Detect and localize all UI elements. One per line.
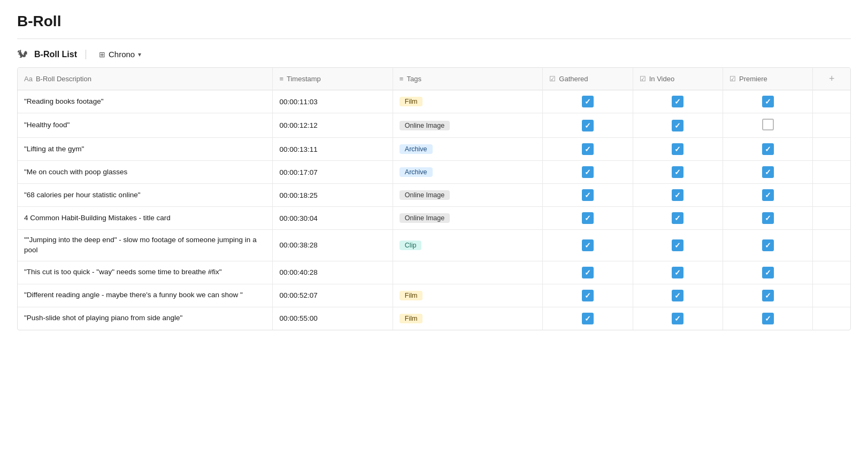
cell-description: ""Jumping into the deep end" - slow mo f… — [18, 230, 273, 261]
cell-invideo[interactable]: ✓ — [633, 113, 723, 138]
cell-premiere[interactable]: ✓ — [723, 161, 812, 184]
cell-invideo[interactable]: ✓ — [633, 138, 723, 161]
checkbox-checked[interactable]: ✓ — [672, 143, 683, 155]
checkbox-checked[interactable]: ✓ — [672, 267, 683, 278]
table-row: "This cut is too quick - "way" needs som… — [18, 261, 850, 284]
cell-gathered[interactable]: ✓ — [543, 184, 633, 207]
table-header: Aa B-Roll Description ≡ Timestamp ≡ — [18, 68, 850, 90]
cell-description: "Push-slide shot of playing piano from s… — [18, 307, 273, 330]
cell-tag: Film — [393, 90, 543, 113]
col-gathered-label: Gathered — [559, 75, 588, 83]
cell-gathered[interactable]: ✓ — [543, 284, 633, 307]
cell-plus — [813, 90, 850, 113]
checkbox-checked[interactable]: ✓ — [582, 267, 594, 278]
checkbox-checked[interactable]: ✓ — [672, 120, 683, 131]
cell-tag: Film — [393, 284, 543, 307]
cell-gathered[interactable]: ✓ — [543, 307, 633, 330]
cell-invideo[interactable]: ✓ — [633, 261, 723, 284]
tags-list-icon: ≡ — [400, 75, 404, 83]
checkbox-checked[interactable]: ✓ — [582, 212, 594, 224]
cell-gathered[interactable]: ✓ — [543, 207, 633, 230]
checkbox-checked[interactable]: ✓ — [762, 290, 774, 301]
cell-premiere[interactable] — [723, 113, 812, 138]
broll-icon: 🐿 — [17, 48, 28, 60]
table-body: "Reading books footage"00:00:11:03Film✓✓… — [18, 90, 850, 330]
cell-invideo[interactable]: ✓ — [633, 207, 723, 230]
cell-premiere[interactable]: ✓ — [723, 230, 812, 261]
cell-timestamp: 00:00:12:12 — [273, 113, 393, 138]
cell-gathered[interactable]: ✓ — [543, 90, 633, 113]
view-selector[interactable]: ⊞ Chrono ▾ — [95, 48, 145, 61]
table-row: "68 calories per hour statistic online"0… — [18, 184, 850, 207]
cell-invideo[interactable]: ✓ — [633, 161, 723, 184]
table-row: "Push-slide shot of playing piano from s… — [18, 307, 850, 330]
cell-invideo[interactable]: ✓ — [633, 230, 723, 261]
table-row: "Healthy food"00:00:12:12Online Image✓✓ — [18, 113, 850, 138]
cell-tag: Online Image — [393, 184, 543, 207]
checkbox-checked[interactable]: ✓ — [582, 143, 594, 155]
cell-description: "Lifting at the gym" — [18, 138, 273, 161]
cell-premiere[interactable]: ✓ — [723, 307, 812, 330]
checkbox-checked[interactable]: ✓ — [672, 290, 683, 301]
cell-plus — [813, 138, 850, 161]
checkbox-checked[interactable]: ✓ — [762, 166, 774, 178]
cell-gathered[interactable]: ✓ — [543, 161, 633, 184]
checkbox-checked[interactable]: ✓ — [672, 189, 683, 201]
cell-timestamp: 00:00:55:00 — [273, 307, 393, 330]
table-row: "Lifting at the gym"00:00:13:11Archive✓✓… — [18, 138, 850, 161]
checkbox-checked[interactable]: ✓ — [762, 239, 774, 251]
cell-premiere[interactable]: ✓ — [723, 284, 812, 307]
invideo-check-icon: ☑ — [640, 75, 646, 83]
add-column-button[interactable]: + — [813, 68, 850, 90]
cell-gathered[interactable]: ✓ — [543, 113, 633, 138]
tag-badge: Clip — [400, 241, 422, 250]
cell-invideo[interactable]: ✓ — [633, 307, 723, 330]
list-label: B-Roll List — [34, 50, 77, 59]
checkbox-checked[interactable]: ✓ — [762, 212, 774, 224]
checkbox-checked[interactable]: ✓ — [762, 313, 774, 324]
cell-gathered[interactable]: ✓ — [543, 230, 633, 261]
cell-timestamp: 00:00:30:04 — [273, 207, 393, 230]
cell-premiere[interactable]: ✓ — [723, 207, 812, 230]
checkbox-checked[interactable]: ✓ — [762, 267, 774, 278]
cell-premiere[interactable]: ✓ — [723, 184, 812, 207]
checkbox-checked[interactable]: ✓ — [762, 96, 774, 107]
checkbox-checked[interactable]: ✓ — [672, 166, 683, 178]
table-row: ""Jumping into the deep end" - slow mo f… — [18, 230, 850, 261]
checkbox-checked[interactable]: ✓ — [582, 313, 594, 324]
col-desc-label: B-Roll Description — [36, 75, 91, 83]
tag-badge: Film — [400, 97, 423, 106]
checkbox-checked[interactable]: ✓ — [672, 212, 683, 224]
checkbox-checked[interactable]: ✓ — [582, 120, 594, 131]
checkbox-checked[interactable]: ✓ — [582, 166, 594, 178]
cell-timestamp: 00:00:52:07 — [273, 284, 393, 307]
col-timestamp-label: Timestamp — [287, 75, 321, 83]
cell-gathered[interactable]: ✓ — [543, 138, 633, 161]
cell-gathered[interactable]: ✓ — [543, 261, 633, 284]
cell-invideo[interactable]: ✓ — [633, 284, 723, 307]
cell-invideo[interactable]: ✓ — [633, 90, 723, 113]
cell-description: "Healthy food" — [18, 113, 273, 138]
checkbox-checked[interactable]: ✓ — [672, 239, 683, 251]
cell-description: "Different reading angle - maybe there's… — [18, 284, 273, 307]
checkbox-unchecked[interactable] — [762, 119, 774, 130]
cell-tag — [393, 261, 543, 284]
cell-premiere[interactable]: ✓ — [723, 90, 812, 113]
checkbox-checked[interactable]: ✓ — [672, 313, 683, 324]
cell-premiere[interactable]: ✓ — [723, 138, 812, 161]
grid-icon: ⊞ — [99, 50, 105, 59]
checkbox-checked[interactable]: ✓ — [762, 189, 774, 201]
cell-invideo[interactable]: ✓ — [633, 184, 723, 207]
cell-premiere[interactable]: ✓ — [723, 261, 812, 284]
cell-plus — [813, 230, 850, 261]
checkbox-checked[interactable]: ✓ — [582, 239, 594, 251]
checkbox-checked[interactable]: ✓ — [582, 189, 594, 201]
checkbox-checked[interactable]: ✓ — [672, 96, 683, 107]
tag-badge: Film — [400, 291, 423, 300]
col-desc: Aa B-Roll Description — [18, 68, 273, 90]
toolbar-separator — [86, 50, 86, 59]
checkbox-checked[interactable]: ✓ — [582, 96, 594, 107]
checkbox-checked[interactable]: ✓ — [762, 143, 774, 155]
checkbox-checked[interactable]: ✓ — [582, 290, 594, 301]
col-tags: ≡ Tags — [393, 68, 543, 90]
